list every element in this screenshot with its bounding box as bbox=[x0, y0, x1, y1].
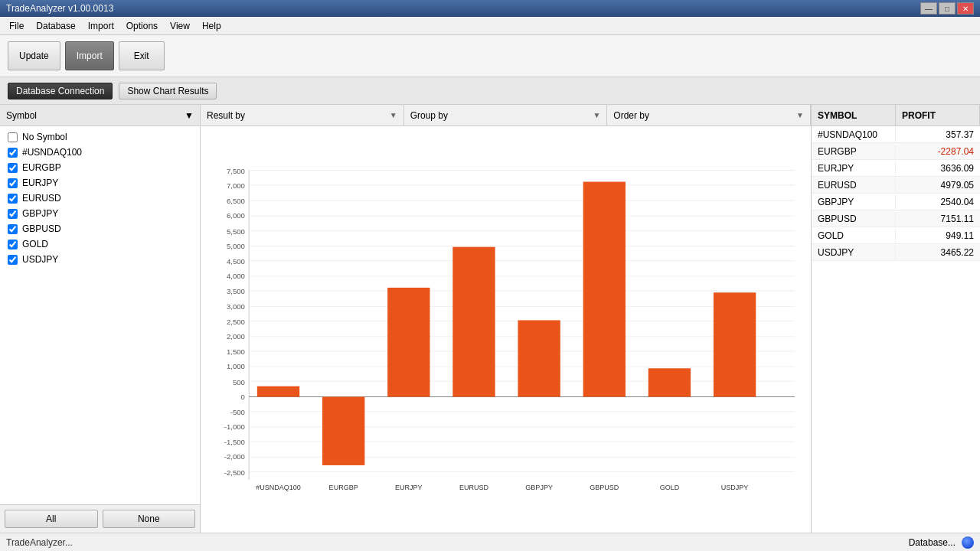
update-button[interactable]: Update bbox=[8, 41, 60, 70]
bar-gbpjpy bbox=[518, 320, 560, 396]
symbol-item-eurjpy[interactable]: EURJPY bbox=[0, 175, 200, 191]
import-button[interactable]: Import bbox=[65, 41, 114, 70]
result-by-dropdown[interactable]: Result by ▼ bbox=[201, 105, 404, 126]
result-row-gbpusd[interactable]: GBPUSD 7151.11 bbox=[812, 210, 980, 227]
chart-controls: Result by ▼ Group by ▼ Order by ▼ bbox=[201, 105, 811, 126]
symbol-label-eurgbp[interactable]: EURGBP bbox=[22, 162, 61, 173]
symbol-item-usdjpy[interactable]: USDJPY bbox=[0, 252, 200, 267]
svg-text:4,500: 4,500 bbox=[227, 257, 245, 266]
symbol-item-eurgbp[interactable]: EURGBP bbox=[0, 160, 200, 175]
svg-text:1,000: 1,000 bbox=[227, 362, 245, 370]
result-profit-usndaq100: 357.37 bbox=[896, 128, 980, 142]
chart-container: 7,500 7,000 6,500 6,000 5,500 5,000 4,50… bbox=[201, 126, 811, 533]
main-content: Symbol ▼ No Symbol #USNDAQ100 EURGBP EUR… bbox=[0, 105, 980, 533]
menu-options[interactable]: Options bbox=[120, 19, 164, 33]
symbol-checkbox-eurgbp[interactable] bbox=[8, 163, 18, 173]
none-button[interactable]: None bbox=[103, 510, 196, 528]
result-profit-eurgbp: -2287.04 bbox=[896, 145, 980, 158]
svg-text:-1,500: -1,500 bbox=[224, 438, 245, 446]
svg-text:5,000: 5,000 bbox=[227, 242, 245, 250]
symbol-label-gold[interactable]: GOLD bbox=[22, 239, 48, 249]
symbol-label-no-symbol[interactable]: No Symbol bbox=[22, 132, 67, 142]
status-database: Database... bbox=[909, 537, 956, 548]
menu-import[interactable]: Import bbox=[82, 19, 120, 33]
results-header: SYMBOL PROFIT bbox=[812, 105, 980, 126]
result-symbol-gbpusd: GBPUSD bbox=[812, 212, 896, 226]
menu-file[interactable]: File bbox=[3, 19, 30, 33]
right-panel: SYMBOL PROFIT #USNDAQ100 357.37 EURGBP -… bbox=[812, 105, 980, 533]
bar-usdjpy bbox=[714, 292, 756, 396]
col-header-profit: PROFIT bbox=[896, 105, 980, 126]
group-by-dropdown[interactable]: Group by ▼ bbox=[404, 105, 608, 126]
symbol-item-eurusd[interactable]: EURUSD bbox=[0, 191, 200, 206]
symbol-label-usndaq100[interactable]: #USNDAQ100 bbox=[22, 147, 82, 158]
symbol-item-gold[interactable]: GOLD bbox=[0, 236, 200, 252]
svg-text:500: 500 bbox=[233, 378, 245, 386]
symbol-label-eurusd[interactable]: EURUSD bbox=[22, 193, 61, 204]
svg-text:6,000: 6,000 bbox=[227, 211, 245, 220]
status-bar: TradeAnalyzer... Database... bbox=[0, 533, 980, 551]
bar-gbpusd bbox=[583, 182, 626, 397]
svg-text:EURUSD: EURUSD bbox=[459, 484, 489, 491]
result-row-eurgbp[interactable]: EURGBP -2287.04 bbox=[812, 143, 980, 160]
symbol-checkbox-no-symbol[interactable] bbox=[8, 132, 18, 142]
symbol-header: Symbol ▼ bbox=[0, 105, 200, 126]
symbol-checkbox-eurjpy[interactable] bbox=[8, 178, 18, 188]
svg-text:GBPUSD: GBPUSD bbox=[590, 484, 619, 491]
order-by-dropdown[interactable]: Order by ▼ bbox=[607, 105, 811, 126]
symbol-label-eurjpy[interactable]: EURJPY bbox=[22, 178, 58, 188]
result-profit-eurusd: 4979.05 bbox=[896, 178, 980, 192]
svg-text:1,500: 1,500 bbox=[227, 347, 245, 356]
result-symbol-gbpjpy: GBPJPY bbox=[812, 195, 896, 209]
menu-help[interactable]: Help bbox=[196, 19, 227, 33]
result-row-usndaq100[interactable]: #USNDAQ100 357.37 bbox=[812, 126, 980, 143]
bar-chart: 7,500 7,000 6,500 6,000 5,500 5,000 4,50… bbox=[208, 134, 803, 533]
menu-database[interactable]: Database bbox=[30, 19, 81, 33]
close-button[interactable]: ✕ bbox=[957, 2, 974, 15]
symbol-item-gbpusd[interactable]: GBPUSD bbox=[0, 221, 200, 236]
bar-usndaq100 bbox=[257, 386, 299, 397]
symbol-item-usndaq100[interactable]: #USNDAQ100 bbox=[0, 145, 200, 160]
symbol-checkbox-gbpjpy[interactable] bbox=[8, 209, 18, 219]
group-by-label: Group by bbox=[410, 110, 448, 121]
symbol-item-no-symbol[interactable]: No Symbol bbox=[0, 129, 200, 145]
symbol-item-gbpjpy[interactable]: GBPJPY bbox=[0, 206, 200, 221]
symbol-label-gbpusd[interactable]: GBPUSD bbox=[22, 223, 61, 234]
svg-text:EURGBP: EURGBP bbox=[329, 484, 358, 491]
svg-text:3,000: 3,000 bbox=[227, 302, 245, 311]
symbol-header-label: Symbol bbox=[6, 110, 37, 121]
menu-view[interactable]: View bbox=[164, 19, 196, 33]
minimize-button[interactable]: — bbox=[920, 2, 937, 15]
database-connection-button[interactable]: Database Connection bbox=[8, 83, 113, 99]
group-by-arrow: ▼ bbox=[593, 111, 600, 119]
symbol-label-usdjpy[interactable]: USDJPY bbox=[22, 254, 58, 265]
symbol-checkbox-gold[interactable] bbox=[8, 240, 18, 249]
result-row-eurusd[interactable]: EURUSD 4979.05 bbox=[812, 177, 980, 194]
result-profit-gbpjpy: 2540.04 bbox=[896, 195, 980, 209]
result-row-usdjpy[interactable]: USDJPY 3465.22 bbox=[812, 244, 980, 261]
symbol-checkbox-gbpusd[interactable] bbox=[8, 224, 18, 234]
result-row-gold[interactable]: GOLD 949.11 bbox=[812, 227, 980, 244]
left-panel: Symbol ▼ No Symbol #USNDAQ100 EURGBP EUR… bbox=[0, 105, 201, 533]
result-symbol-eurjpy: EURJPY bbox=[812, 161, 896, 175]
symbol-checkbox-eurusd[interactable] bbox=[8, 194, 18, 204]
symbol-checkbox-usdjpy[interactable] bbox=[8, 255, 18, 265]
result-row-eurjpy[interactable]: EURJPY 3636.09 bbox=[812, 160, 980, 177]
symbol-dropdown-arrow[interactable]: ▼ bbox=[185, 110, 194, 121]
svg-text:-2,000: -2,000 bbox=[224, 452, 245, 461]
result-symbol-eurusd: EURUSD bbox=[812, 178, 896, 192]
status-right: Database... bbox=[909, 536, 974, 549]
all-button[interactable]: All bbox=[5, 510, 98, 528]
svg-text:7,000: 7,000 bbox=[227, 181, 245, 190]
svg-text:USDJPY: USDJPY bbox=[721, 484, 749, 491]
svg-text:EURJPY: EURJPY bbox=[395, 484, 423, 491]
show-chart-results-button[interactable]: Show Chart Results bbox=[119, 83, 217, 99]
maximize-button[interactable]: □ bbox=[939, 2, 956, 15]
result-by-arrow: ▼ bbox=[390, 111, 397, 119]
result-row-gbpjpy[interactable]: GBPJPY 2540.04 bbox=[812, 194, 980, 210]
symbol-checkbox-usndaq100[interactable] bbox=[8, 148, 18, 158]
symbol-label-gbpjpy[interactable]: GBPJPY bbox=[22, 208, 58, 219]
result-profit-eurjpy: 3636.09 bbox=[896, 161, 980, 175]
svg-text:2,000: 2,000 bbox=[227, 332, 245, 341]
exit-button[interactable]: Exit bbox=[119, 41, 165, 70]
